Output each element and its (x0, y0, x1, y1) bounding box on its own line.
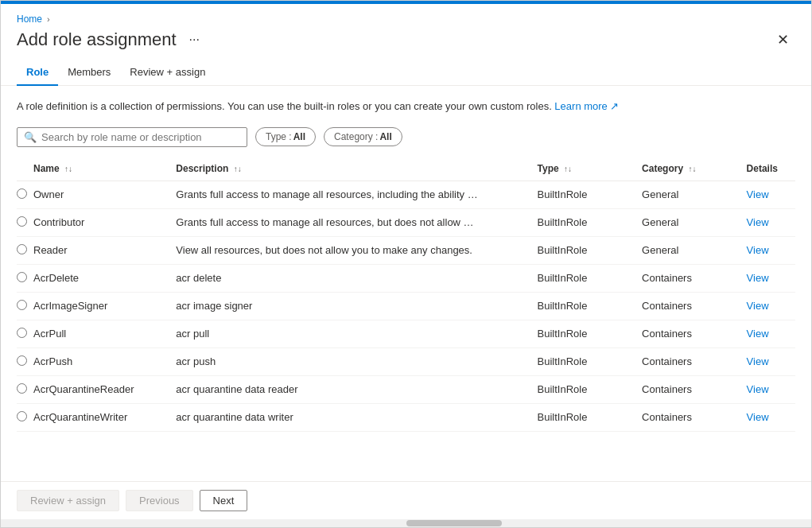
th-category[interactable]: Category ↑↓ (642, 157, 747, 181)
th-description[interactable]: Description ↑↓ (176, 157, 537, 181)
th-type[interactable]: Type ↑↓ (538, 157, 643, 181)
roles-table-container: Name ↑↓ Description ↑↓ Type ↑↓ Categor (17, 157, 795, 432)
row-type: BuiltInRole (538, 208, 643, 236)
row-radio[interactable] (17, 292, 33, 320)
row-category: Containers (642, 264, 747, 292)
table-row[interactable]: ContributorGrants full access to manage … (17, 208, 795, 236)
table-header-row: Name ↑↓ Description ↑↓ Type ↑↓ Categor (17, 157, 795, 181)
category-sort-icon: ↑↓ (688, 165, 696, 173)
category-filter-label: Category : (334, 131, 378, 142)
row-type: BuiltInRole (538, 403, 643, 431)
filter-bar: 🔍 Type : All Category : All (17, 127, 795, 147)
tab-members[interactable]: Members (58, 60, 120, 86)
row-details-link[interactable]: View (747, 347, 795, 375)
page-title: Add role assignment (17, 29, 177, 50)
type-sort-icon: ↑↓ (564, 165, 572, 173)
row-category: General (642, 181, 747, 208)
table-row[interactable]: AcrQuarantineReaderacr quarantine data r… (17, 375, 795, 403)
row-details-link[interactable]: View (747, 236, 795, 264)
row-category: Containers (642, 347, 747, 375)
row-type: BuiltInRole (538, 236, 643, 264)
header-left: Add role assignment ··· (17, 29, 204, 50)
row-name: AcrDelete (33, 264, 176, 292)
row-type: BuiltInRole (538, 292, 643, 320)
row-name: AcrPush (33, 347, 176, 375)
row-description: acr delete (176, 264, 537, 292)
table-row[interactable]: AcrPushacr pushBuiltInRoleContainersView (17, 347, 795, 375)
row-name: AcrQuarantineReader (33, 375, 176, 403)
tab-bar: Role Members Review + assign (1, 60, 811, 86)
row-type: BuiltInRole (538, 347, 643, 375)
row-radio[interactable] (17, 375, 33, 403)
row-details-link[interactable]: View (747, 208, 795, 236)
row-details-link[interactable]: View (747, 264, 795, 292)
row-category: Containers (642, 320, 747, 347)
name-sort-icon: ↑↓ (64, 165, 72, 173)
row-description: acr quarantine data writer (176, 403, 537, 431)
row-description: View all resources, but does not allow y… (176, 236, 537, 264)
table-row[interactable]: OwnerGrants full access to manage all re… (17, 181, 795, 208)
ellipsis-button[interactable]: ··· (185, 31, 204, 49)
row-radio[interactable] (17, 264, 33, 292)
th-details: Details (747, 157, 795, 181)
row-category: General (642, 236, 747, 264)
type-filter-label: Type : (266, 131, 292, 142)
table-row[interactable]: AcrPullacr pullBuiltInRoleContainersView (17, 320, 795, 347)
row-type: BuiltInRole (538, 264, 643, 292)
breadcrumb-home-link[interactable]: Home (17, 14, 42, 25)
type-filter-value: All (293, 131, 305, 142)
row-description: Grants full access to manage all resourc… (176, 208, 537, 236)
row-radio[interactable] (17, 208, 33, 236)
row-type: BuiltInRole (538, 320, 643, 347)
search-input[interactable] (41, 131, 240, 143)
type-filter-pill[interactable]: Type : All (255, 127, 316, 146)
table-row[interactable]: ReaderView all resources, but does not a… (17, 236, 795, 264)
row-type: BuiltInRole (538, 375, 643, 403)
row-details-link[interactable]: View (747, 375, 795, 403)
external-link-icon: ↗ (610, 100, 619, 112)
row-category: Containers (642, 292, 747, 320)
row-name: Reader (33, 236, 176, 264)
row-radio[interactable] (17, 347, 33, 375)
review-assign-button[interactable]: Review + assign (17, 490, 119, 511)
row-description: acr push (176, 347, 537, 375)
learn-more-link[interactable]: Learn more ↗ (554, 100, 619, 112)
th-name[interactable]: Name ↑↓ (33, 157, 176, 181)
category-filter-pill[interactable]: Category : All (324, 127, 402, 146)
tab-review-assign[interactable]: Review + assign (120, 60, 215, 86)
row-radio[interactable] (17, 236, 33, 264)
breadcrumb-chevron-icon: › (47, 14, 50, 24)
bottom-scrollbar[interactable] (1, 519, 811, 527)
roles-table: Name ↑↓ Description ↑↓ Type ↑↓ Categor (17, 157, 795, 432)
row-details-link[interactable]: View (747, 320, 795, 347)
row-radio[interactable] (17, 181, 33, 208)
row-name: Owner (33, 181, 176, 208)
row-name: AcrPull (33, 320, 176, 347)
row-name: Contributor (33, 208, 176, 236)
category-filter-value: All (379, 131, 391, 142)
row-radio[interactable] (17, 320, 33, 347)
table-row[interactable]: AcrImageSigneracr image signerBuiltInRol… (17, 292, 795, 320)
row-details-link[interactable]: View (747, 181, 795, 208)
row-details-link[interactable]: View (747, 292, 795, 320)
search-box[interactable]: 🔍 (17, 127, 247, 147)
tab-role[interactable]: Role (17, 60, 58, 86)
table-row[interactable]: AcrQuarantineWriteracr quarantine data w… (17, 403, 795, 431)
search-icon: 🔍 (24, 131, 37, 143)
table-row[interactable]: AcrDeleteacr deleteBuiltInRoleContainers… (17, 264, 795, 292)
row-description: acr image signer (176, 292, 537, 320)
row-name: AcrImageSigner (33, 292, 176, 320)
row-category: General (642, 208, 747, 236)
row-radio[interactable] (17, 403, 33, 431)
row-description: Grants full access to manage all resourc… (176, 181, 537, 208)
next-button[interactable]: Next (200, 490, 248, 511)
description-sort-icon: ↑↓ (234, 165, 242, 173)
row-details-link[interactable]: View (747, 403, 795, 431)
row-name: AcrQuarantineWriter (33, 403, 176, 431)
footer: Review + assign Previous Next (1, 481, 811, 519)
main-content: A role definition is a collection of per… (1, 86, 811, 481)
th-select (17, 157, 33, 181)
close-button[interactable]: ✕ (771, 28, 795, 52)
row-type: BuiltInRole (538, 181, 643, 208)
previous-button[interactable]: Previous (126, 490, 193, 511)
